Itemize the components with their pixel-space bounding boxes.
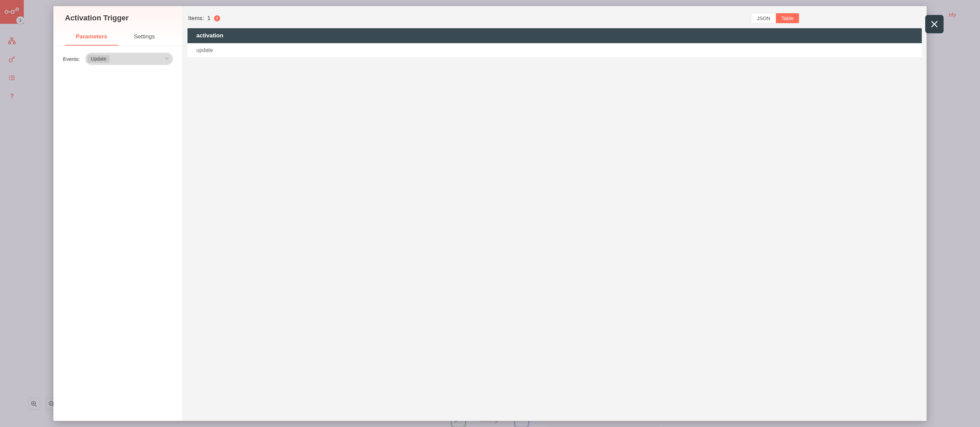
node-title: Activation Trigger: [65, 14, 171, 30]
tab-parameters[interactable]: Parameters: [65, 30, 118, 46]
output-row-0: update: [188, 43, 922, 58]
info-icon[interactable]: i: [214, 15, 220, 21]
config-panel-header: Activation Trigger Parameters Settings: [53, 6, 182, 46]
event-chip-update[interactable]: Update: [88, 55, 110, 63]
config-tabs: Parameters Settings: [65, 30, 171, 46]
output-column-header: activation: [188, 28, 922, 43]
parameters-body: Events: Update: [53, 46, 182, 72]
items-count: Items: 1 i: [188, 15, 220, 22]
config-panel: Activation Trigger Parameters Settings E…: [53, 6, 183, 421]
items-label: Items:: [188, 15, 204, 22]
chevron-down-icon: [165, 56, 169, 62]
close-icon: [930, 20, 939, 29]
events-multiselect[interactable]: Update: [86, 53, 173, 65]
modal-body: Activation Trigger Parameters Settings E…: [53, 6, 927, 421]
output-table: activation update: [188, 28, 922, 58]
output-view-toggle: JSON Table: [751, 13, 799, 24]
node-detail-modal: Activation Trigger Parameters Settings E…: [53, 6, 927, 421]
param-label-events: Events:: [63, 56, 80, 62]
close-modal-button[interactable]: [925, 15, 943, 33]
output-header: Items: 1 i JSON Table: [188, 11, 922, 28]
items-count-value: 1: [207, 15, 210, 22]
view-table-button[interactable]: Table: [776, 13, 799, 23]
tab-settings[interactable]: Settings: [118, 30, 171, 46]
output-panel: Items: 1 i JSON Table activation update: [183, 6, 927, 421]
view-json-button[interactable]: JSON: [751, 13, 776, 23]
param-row-events: Events: Update: [63, 53, 173, 65]
